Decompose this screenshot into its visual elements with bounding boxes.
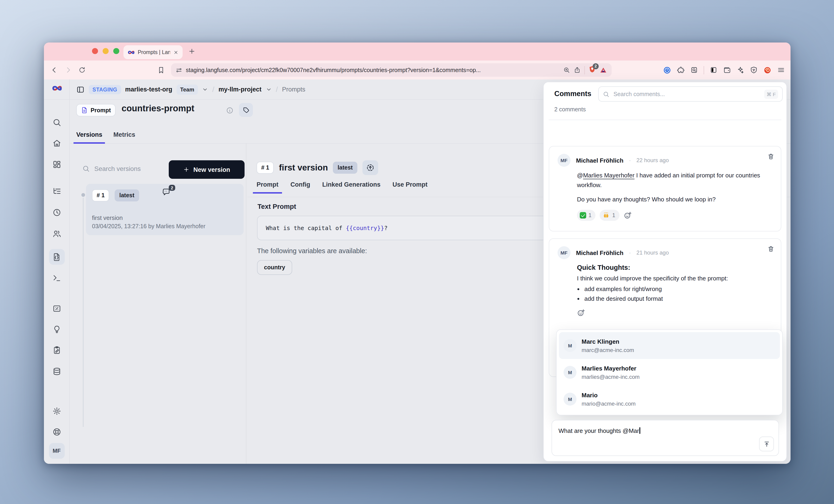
sidebar-item-evaluation[interactable] [52, 304, 61, 313]
vpn-shield-icon[interactable] [750, 66, 758, 74]
zoom-plus-icon[interactable] [563, 67, 570, 73]
sidebar-item-prompts-active[interactable] [49, 249, 65, 265]
org-role-badge[interactable]: Team [176, 84, 198, 94]
brave-shield-button[interactable]: 2 [589, 65, 596, 75]
keyboard-shortcut-badge: ⌘ F [764, 89, 778, 99]
trash-icon[interactable] [767, 245, 774, 252]
breadcrumb-org[interactable]: marlies-test-org [125, 86, 172, 93]
versions-search[interactable] [82, 164, 164, 173]
user-avatar[interactable]: MF [49, 443, 65, 459]
comments-indicator[interactable]: 2 [162, 187, 171, 196]
minimize-window-button[interactable] [103, 48, 109, 54]
prompt-type-badge: Prompt [76, 104, 115, 116]
life-buoy-icon [52, 428, 61, 436]
comments-count: 2 comments [554, 106, 586, 113]
new-tab-icon[interactable] [188, 48, 196, 55]
browser-tab-strip: Prompts | Langfuse [44, 43, 791, 61]
sidebar-item-sessions[interactable] [52, 208, 61, 217]
tab-use-prompt[interactable]: Use Prompt [393, 181, 427, 193]
add-reaction-icon[interactable] [624, 211, 632, 220]
bookmark-icon[interactable] [157, 66, 165, 74]
sidebar-item-datasets[interactable] [52, 346, 61, 354]
tag-button[interactable] [239, 103, 253, 117]
swirl-icon[interactable] [763, 66, 772, 74]
sidebar-panel-icon[interactable] [710, 66, 718, 74]
breadcrumb-project[interactable]: my-llm-project [218, 86, 261, 93]
add-reaction-icon[interactable] [577, 308, 585, 317]
trash-icon[interactable] [767, 153, 774, 160]
tab-prompt[interactable]: Prompt [257, 181, 279, 193]
close-tab-icon[interactable] [173, 50, 178, 55]
panel-left-toggle-icon[interactable] [76, 85, 85, 94]
comment-input-value[interactable]: What are your thoughts @Mar [558, 427, 639, 434]
chevron-down-icon[interactable] [202, 86, 208, 92]
mention-link[interactable]: Marlies Mayerhofer [583, 172, 635, 179]
mention-name: Marc Klingen [581, 337, 634, 346]
tab-linked-generations[interactable]: Linked Generations [322, 181, 380, 193]
chevron-down-icon[interactable] [266, 86, 271, 92]
url-text[interactable]: staging.langfuse.com/project/cm22fk0w700… [186, 67, 559, 73]
submit-comment-button[interactable] [759, 437, 774, 451]
reaction-raised-hands[interactable]: 1 [600, 210, 619, 221]
breadcrumb: STAGING marlies-test-org Team / my-llm-p… [76, 79, 305, 99]
variables-label: The following variables are available: [257, 247, 367, 255]
sparkle-icon[interactable] [737, 66, 744, 74]
mention-option[interactable]: M Marlies Mayerhofer marlies@acme-inc.co… [559, 359, 780, 386]
text-caret [640, 427, 640, 434]
reload-icon[interactable] [79, 67, 86, 73]
mention-option[interactable]: M Marc Klingen marc@acme-inc.com [559, 332, 780, 359]
url-bar[interactable]: staging.langfuse.com/project/cm22fk0w700… [171, 63, 612, 77]
promote-icon [366, 163, 374, 172]
sidebar-item-tracing[interactable] [52, 187, 61, 196]
versions-search-input[interactable] [93, 164, 164, 173]
sidebar-item-annotation[interactable] [52, 325, 61, 334]
back-icon[interactable] [50, 66, 58, 74]
browser-tab[interactable]: Prompts | Langfuse [124, 45, 183, 59]
tune-icon[interactable] [176, 67, 182, 73]
version-name: first version [92, 214, 123, 221]
close-window-button[interactable] [92, 48, 98, 54]
percent-card-icon [52, 304, 61, 313]
wallet-icon[interactable] [723, 66, 731, 74]
sidebar-item-dashboards[interactable] [52, 160, 61, 169]
info-icon[interactable] [226, 107, 234, 114]
sidebar-item-settings[interactable] [52, 407, 61, 415]
extensions-cluster [663, 63, 785, 77]
bat-icon[interactable] [600, 66, 607, 74]
sidebar-item-search[interactable] [52, 118, 61, 127]
comments-search[interactable]: ⌘ F [598, 86, 783, 101]
avatar: MF [557, 154, 570, 167]
reaction-check[interactable]: 1 [577, 210, 596, 221]
mention-option[interactable]: M Mario mario@acme-inc.com [559, 386, 780, 413]
maximize-window-button[interactable] [113, 48, 119, 54]
sidebar-item-users[interactable] [52, 229, 61, 238]
version-timeline [83, 198, 84, 427]
sidebar-item-database[interactable] [52, 367, 61, 376]
avatar: MF [557, 246, 570, 259]
sidebar-item-support[interactable] [52, 428, 61, 436]
breadcrumb-section[interactable]: Prompts [282, 86, 305, 93]
forward-icon[interactable] [64, 66, 72, 74]
tab-versions[interactable]: Versions [76, 131, 103, 143]
mention-email: marlies@acme-inc.com [581, 373, 640, 381]
find-tab-icon[interactable] [690, 66, 698, 74]
menu-icon[interactable] [777, 66, 785, 74]
comment-time: 21 hours ago [636, 249, 669, 256]
onepassword-icon[interactable] [663, 66, 671, 74]
version-meta: 03/04/2025, 13:27:16 by Marlies Mayerhof… [92, 223, 205, 230]
version-list-item[interactable]: # 1 latest 2 first version 03/04/2025, 1… [86, 184, 244, 235]
sidebar-item-playground[interactable] [52, 274, 61, 282]
tab-config[interactable]: Config [290, 181, 310, 193]
comment-input[interactable]: What are your thoughts @Mar [551, 420, 779, 456]
new-version-button[interactable]: New version [169, 160, 245, 179]
promote-version-button[interactable] [363, 160, 378, 175]
dashboard-blocks-icon [52, 160, 61, 169]
extensions-puzzle-icon[interactable] [677, 66, 685, 74]
sidebar-item-home[interactable] [52, 139, 61, 147]
share-icon[interactable] [574, 67, 581, 73]
separator-dot: · [629, 249, 631, 256]
comments-search-input[interactable] [613, 90, 761, 98]
comment-body: I think we could improve the specificity… [577, 275, 772, 282]
tab-metrics[interactable]: Metrics [113, 131, 135, 143]
plus-icon [183, 166, 190, 173]
